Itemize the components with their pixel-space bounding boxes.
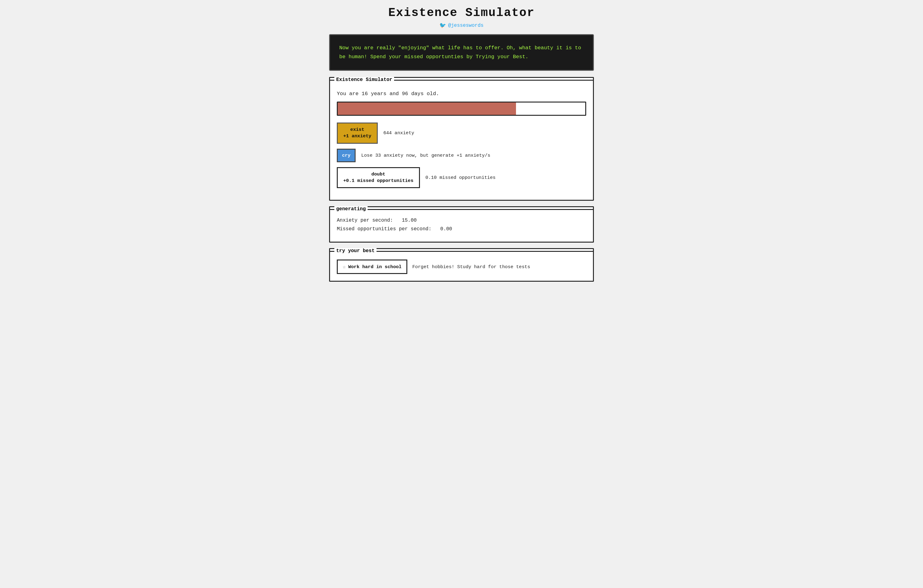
cry-button[interactable]: cry [337,149,356,162]
doubt-row: doubt +0.1 missed opportunities 0.10 mis… [337,167,586,189]
progress-bar-fill [338,102,516,115]
terminal-text: Now you are really "enjoying" what life … [339,45,581,60]
existence-panel: Existence Simulator You are 16 years and… [329,77,594,201]
anxiety-per-second-label: Anxiety per second: [337,218,393,223]
try-best-panel-title: try your best [334,248,376,254]
exist-button-label: exist [350,127,365,132]
try-best-panel: try your best ☆ Work hard in school Forg… [329,248,594,282]
missed-per-second-label: Missed opportunities per second: [337,226,431,232]
missed-per-second-value: 0.00 [440,226,452,232]
doubt-button-sublabel: +0.1 missed opportunities [343,178,414,184]
doubt-value: 0.10 missed opportunities [425,175,496,181]
work-hard-button[interactable]: ☆ Work hard in school [337,260,407,274]
age-text: You are 16 years and 96 days old. [337,91,586,97]
work-hard-row: ☆ Work hard in school Forget hobbies! St… [337,260,586,274]
doubt-button-label: doubt [371,171,386,177]
generating-panel-title: generating [334,206,368,212]
terminal-box: Now you are really "enjoying" what life … [329,34,594,71]
anxiety-per-second-value: 15.00 [402,218,417,223]
work-hard-description: Forget hobbies! Study hard for those tes… [412,264,530,270]
missed-per-second-row: Missed opportunities per second: 0.00 [337,226,586,232]
twitter-username[interactable]: @jesseswords [448,23,483,28]
progress-bar-container [337,102,586,116]
anxiety-value: 644 anxiety [383,130,414,136]
cry-row: cry Lose 33 anxiety now, but generate +1… [337,149,586,162]
anxiety-per-second-row: Anxiety per second: 15.00 [337,218,586,223]
twitter-handle[interactable]: 🐦 @jesseswords [329,22,594,29]
page-title: Existence Simulator [329,6,594,20]
exist-button[interactable]: exist +1 anxiety [337,123,378,144]
work-hard-label: Work hard in school [348,264,401,270]
star-icon: ☆ [343,263,346,270]
twitter-icon: 🐦 [439,22,446,29]
generating-panel: generating Anxiety per second: 15.00 Mis… [329,206,594,243]
existence-panel-title: Existence Simulator [334,77,394,82]
exist-row: exist +1 anxiety 644 anxiety [337,123,586,144]
cry-description: Lose 33 anxiety now, but generate +1 anx… [361,153,490,158]
exist-button-sublabel: +1 anxiety [343,133,371,139]
doubt-button[interactable]: doubt +0.1 missed opportunities [337,167,420,189]
